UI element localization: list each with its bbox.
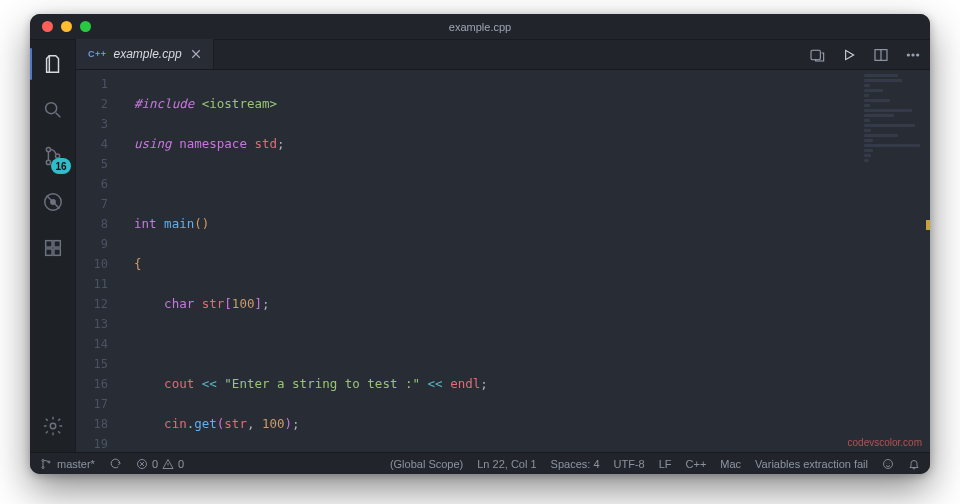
more-actions-icon[interactable] xyxy=(904,46,922,64)
status-bell-icon[interactable] xyxy=(908,458,920,470)
status-language[interactable]: C++ xyxy=(686,458,707,470)
svg-point-20 xyxy=(884,459,893,468)
tab-bar: C++ example.cpp xyxy=(76,40,930,70)
svg-point-13 xyxy=(907,53,909,55)
settings-icon[interactable] xyxy=(39,412,67,440)
minimap[interactable] xyxy=(864,74,926,194)
status-indentation[interactable]: Spaces: 4 xyxy=(551,458,600,470)
overview-ruler-marker xyxy=(926,220,930,230)
status-feedback-icon[interactable] xyxy=(882,458,894,470)
svg-point-17 xyxy=(42,466,44,468)
titlebar: example.cpp xyxy=(30,14,930,40)
editor-actions xyxy=(808,40,922,69)
tab-example-cpp[interactable]: C++ example.cpp xyxy=(76,39,214,69)
svg-point-2 xyxy=(46,160,50,164)
svg-rect-9 xyxy=(53,249,59,255)
status-scope[interactable]: (Global Scope) xyxy=(390,458,463,470)
window-title: example.cpp xyxy=(30,21,930,33)
status-branch[interactable]: master* xyxy=(40,458,95,470)
activity-bar: 16 xyxy=(30,40,76,452)
status-message[interactable]: Variables extraction fail xyxy=(755,458,868,470)
debug-icon[interactable] xyxy=(39,188,67,216)
scm-badge: 16 xyxy=(51,158,70,174)
svg-point-10 xyxy=(50,423,56,429)
status-os[interactable]: Mac xyxy=(720,458,741,470)
code-area[interactable]: 1 2 3 4 5 6 7 8 9 10 11 12 13 14 15 16 1 xyxy=(76,70,930,452)
svg-point-0 xyxy=(45,103,56,114)
editor-window: example.cpp 16 xyxy=(30,14,930,474)
open-changes-icon[interactable] xyxy=(808,46,826,64)
status-problems[interactable]: 0 0 xyxy=(136,458,184,470)
svg-point-15 xyxy=(917,53,919,55)
svg-point-22 xyxy=(889,462,890,463)
status-eol[interactable]: LF xyxy=(659,458,672,470)
status-bar: master* 0 0 (Global Scope) Ln 22, Col 1 … xyxy=(30,452,930,474)
cpp-file-icon: C++ xyxy=(88,49,107,59)
status-sync[interactable] xyxy=(109,457,122,470)
search-icon[interactable] xyxy=(39,96,67,124)
svg-rect-6 xyxy=(45,241,51,247)
split-editor-icon[interactable] xyxy=(872,46,890,64)
code-content[interactable]: #include <iostream> using namespace std;… xyxy=(120,70,930,452)
tab-label: example.cpp xyxy=(114,47,182,61)
source-control-icon[interactable]: 16 xyxy=(39,142,67,170)
svg-point-1 xyxy=(46,147,50,151)
window-controls xyxy=(42,21,91,32)
run-icon[interactable] xyxy=(840,46,858,64)
svg-point-14 xyxy=(912,53,914,55)
status-encoding[interactable]: UTF-8 xyxy=(614,458,645,470)
svg-rect-8 xyxy=(45,249,51,255)
explorer-icon[interactable] xyxy=(39,50,67,78)
svg-rect-11 xyxy=(811,50,820,59)
watermark: codevscolor.com xyxy=(848,437,922,448)
minimize-window-button[interactable] xyxy=(61,21,72,32)
svg-point-5 xyxy=(50,199,56,205)
close-window-button[interactable] xyxy=(42,21,53,32)
svg-point-16 xyxy=(42,459,44,461)
extensions-icon[interactable] xyxy=(39,234,67,262)
svg-rect-7 xyxy=(53,241,59,247)
status-cursor-position[interactable]: Ln 22, Col 1 xyxy=(477,458,536,470)
close-tab-button[interactable] xyxy=(189,47,203,61)
line-number-gutter: 1 2 3 4 5 6 7 8 9 10 11 12 13 14 15 16 1 xyxy=(76,70,120,452)
zoom-window-button[interactable] xyxy=(80,21,91,32)
svg-point-21 xyxy=(886,462,887,463)
